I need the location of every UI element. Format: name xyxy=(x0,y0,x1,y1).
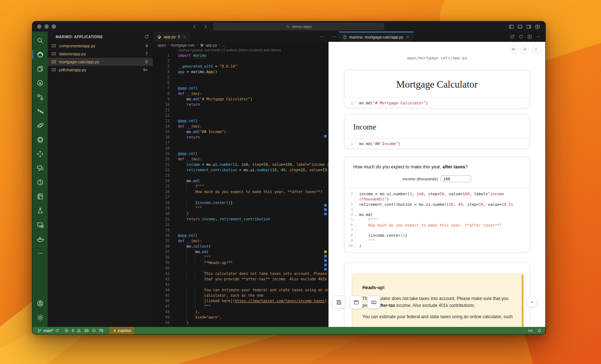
git-branch-status[interactable]: main* xyxy=(36,327,61,334)
activity-item-components[interactable] xyxy=(32,90,48,104)
activity-item-remote-device[interactable] xyxy=(32,218,48,232)
activity-item-test-run[interactable] xyxy=(32,204,48,218)
customize-layout-icon[interactable] xyxy=(535,24,540,29)
code-line[interactable]: 44 You can estimate your federal and sta… xyxy=(153,287,329,293)
broadcast-icon[interactable] xyxy=(528,328,533,333)
code-line[interactable]: 13@app.cell xyxy=(153,118,329,124)
code-line[interactable]: 7@app.cell xyxy=(153,85,329,91)
save-button[interactable] xyxy=(332,296,345,309)
code-line[interactable]: 8def __(mo): xyxy=(153,91,329,96)
income-input[interactable] xyxy=(441,175,471,182)
code-line[interactable]: 21 income = mo.ui.number(1, 1e8, step=50… xyxy=(153,162,329,167)
code-line[interactable]: 18 xyxy=(153,145,329,151)
code-line[interactable]: 17 xyxy=(153,140,329,145)
code-line[interactable]: 4app = marimo.App() xyxy=(153,69,329,75)
sidebar-item-mortgage-calc-app-py[interactable]: mortgage-calc/app.py5 xyxy=(48,58,153,66)
breadcrumb-item[interactable]: app.py xyxy=(206,43,217,47)
window-button[interactable] xyxy=(350,296,363,309)
code-line[interactable]: 28 {income.center()} xyxy=(153,200,329,205)
toggle-panel-icon[interactable] xyxy=(517,24,523,29)
code-line[interactable]: 12 xyxy=(153,113,329,118)
history-forward-icon[interactable] xyxy=(203,24,208,29)
code-line[interactable]: 36 mo.callout( xyxy=(153,244,329,249)
code-editor[interactable]: 1import marimo23__generated_with = "0.0.… xyxy=(153,53,329,327)
close-window-button[interactable] xyxy=(37,24,41,29)
code-line[interactable]: 39 **Heads-up!** xyxy=(153,260,329,265)
toggle-sidebar-icon[interactable] xyxy=(509,24,514,29)
code-line[interactable]: 47 """ xyxy=(153,304,329,309)
tab-overflow-icon[interactable] xyxy=(331,34,337,40)
activity-item-explorer-copy[interactable] xyxy=(32,62,48,76)
code-line[interactable]: 2 xyxy=(153,58,329,64)
editor-actions-more-icon[interactable] xyxy=(319,34,325,40)
marimo-status-badge[interactable]: marimo xyxy=(110,327,135,334)
code-line[interactable]: 29 """ xyxy=(153,205,329,211)
settings-button[interactable] xyxy=(521,45,529,53)
code-line[interactable]: 14def __(mo): xyxy=(153,124,329,129)
code-line[interactable]: 43 xyxy=(153,282,329,287)
breadcrumb-item[interactable]: … xyxy=(222,43,226,47)
run-app-button[interactable] xyxy=(526,297,537,308)
split-icon[interactable] xyxy=(527,34,532,39)
sidebar-item-components-app-py[interactable]: components/app.py4 xyxy=(48,42,153,50)
activity-item-diamonds[interactable] xyxy=(32,147,48,161)
code-line[interactable]: 50 ) xyxy=(153,320,329,325)
code-line[interactable]: 5 xyxy=(153,75,329,80)
toggle-secondary-sidebar-icon[interactable] xyxy=(526,24,532,29)
menu-button[interactable] xyxy=(509,45,518,53)
breadcrumb[interactable]: apps›mortgage-calc›app.py›… xyxy=(153,42,329,48)
code-line[interactable]: 23 xyxy=(153,173,329,178)
code-line[interactable]: 9 mo.md("# Mortgage Calculator") xyxy=(153,96,329,102)
activity-item-comments[interactable] xyxy=(32,161,48,175)
activity-item-more[interactable] xyxy=(32,246,48,260)
tab-marimo-webview[interactable]: marimo: mortgage-calc/app.py xyxy=(339,32,414,42)
notifications-bell-icon[interactable] xyxy=(537,328,542,333)
code-line[interactable]: 33 xyxy=(153,227,329,233)
code-line[interactable]: 32 xyxy=(153,222,329,227)
code-line[interactable]: 22 retirement_contribution = mo.ui.numbe… xyxy=(153,167,329,173)
history-back-icon[interactable] xyxy=(192,24,198,29)
close-tab-icon[interactable] xyxy=(182,35,187,39)
activity-item-github[interactable] xyxy=(32,133,48,147)
code-line[interactable]: 37 mo.md( xyxy=(153,249,329,255)
sidebar-item-pdfchat-app-py[interactable]: pdfchat/app.py9+ xyxy=(48,66,153,74)
breadcrumb-item[interactable]: apps xyxy=(158,43,166,47)
code-line[interactable]: 1import marimo xyxy=(153,53,329,58)
code-line[interactable]: 19@app.cell xyxy=(153,151,329,156)
refresh-icon[interactable] xyxy=(518,34,524,39)
code-line[interactable]: 38 """ xyxy=(153,255,329,260)
code-line[interactable]: 46 [linked here](https://smartasset.com/… xyxy=(153,298,329,304)
minimize-window-button[interactable] xyxy=(44,24,49,29)
sidebar-item-dataviz-app-py[interactable]: dataviz/app.py7 xyxy=(48,50,153,58)
code-line[interactable]: 15 mo.md("## Income") xyxy=(153,129,329,135)
code-line[interactable]: 48 ), xyxy=(153,309,329,315)
activity-item-notebook[interactable] xyxy=(32,189,48,204)
code-line[interactable]: 6 xyxy=(153,80,329,85)
code-line[interactable]: 10 return xyxy=(153,102,329,107)
code-line[interactable]: 42 that you provide **after-tax** income… xyxy=(153,276,329,282)
activity-item-search[interactable] xyxy=(32,33,48,48)
code-line[interactable]: 49 kind="warn", xyxy=(153,315,329,320)
code-line[interactable]: 25 f""" xyxy=(153,184,329,189)
tab-app-py[interactable]: app.py 5 xyxy=(153,32,190,42)
code-line[interactable]: 30 ) xyxy=(153,211,329,216)
open-external-icon[interactable] xyxy=(510,34,515,39)
code-line[interactable]: 26 How much do you expect to make this y… xyxy=(153,189,329,195)
activity-item-profiler[interactable] xyxy=(32,175,48,189)
code-line[interactable]: 41 This calculator does not take taxes i… xyxy=(153,271,329,276)
activity-item-planet[interactable] xyxy=(32,119,48,133)
code-line[interactable]: 16 return xyxy=(153,135,329,140)
code-line[interactable]: 24 mo.md( xyxy=(153,178,329,184)
breadcrumb-item[interactable]: mortgage-calc xyxy=(171,43,195,47)
activity-item-settings[interactable] xyxy=(32,311,48,325)
activity-item-run-inspector[interactable] xyxy=(32,76,48,90)
code-line[interactable]: 27 xyxy=(153,195,329,200)
activity-item-marimo[interactable] xyxy=(32,48,48,62)
code-line[interactable]: 20def __(mo): xyxy=(153,156,329,162)
refresh-icon[interactable] xyxy=(144,34,149,39)
code-line[interactable]: 40 xyxy=(153,265,329,271)
more-icon[interactable] xyxy=(536,34,541,39)
code-line[interactable]: 11 xyxy=(153,107,329,113)
close-button[interactable] xyxy=(532,45,540,53)
close-tab-icon[interactable] xyxy=(406,35,410,39)
